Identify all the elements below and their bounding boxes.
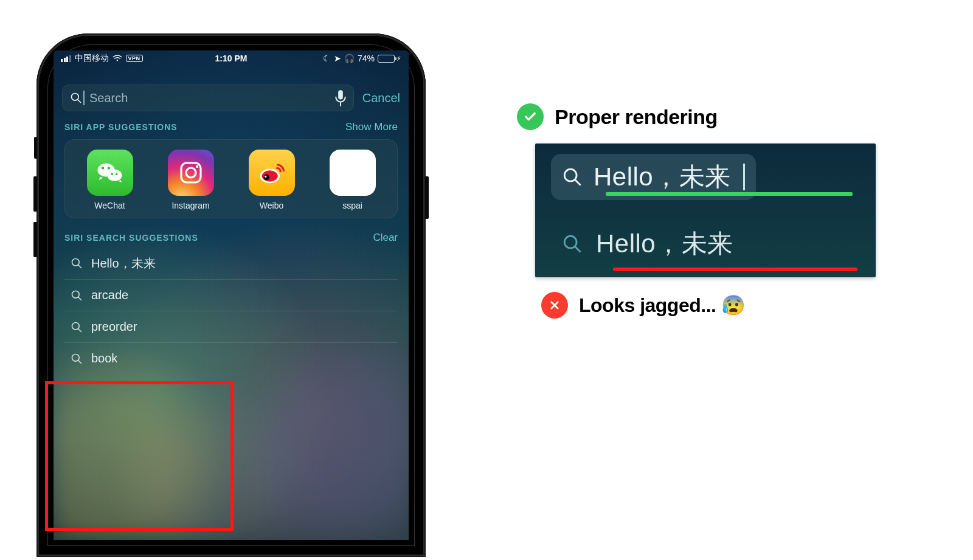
suggestion-text: preorder [91,320,137,334]
sample-text-jagged: Hello，未来 [596,227,733,261]
power-button [425,176,429,219]
app-weibo[interactable]: Weibo [238,150,305,210]
svg-line-19 [78,297,81,300]
spotlight-search-field[interactable]: Search [62,85,354,111]
crisp-sample-row: Hello，未来 [535,143,876,210]
red-underline [613,268,857,271]
cancel-button[interactable]: Cancel [362,91,400,105]
svg-line-23 [78,360,81,363]
section-title: SIRI SEARCH SUGGESTIONS [64,233,198,243]
svg-point-7 [111,173,113,175]
svg-point-4 [107,170,122,182]
search-icon [562,233,583,254]
svg-line-25 [575,179,580,185]
proper-rendering-label: Proper rendering [517,103,918,130]
app-label: Instagram [171,201,209,210]
weibo-icon [249,150,295,196]
svg-point-14 [263,175,269,181]
mute-switch [34,137,37,159]
search-suggestion-list: Hello，未来 arcade preorder book [64,247,398,374]
app-label: sspai [342,201,362,210]
rendering-sample-panel: Hello，未来 Hello，未来 [535,143,876,277]
mic-icon[interactable] [335,89,346,106]
checkmark-badge-icon [517,103,544,130]
svg-point-10 [186,168,196,178]
suggestion-text: Hello，未来 [91,255,156,272]
sample-text-crisp: Hello，未来 [594,160,731,194]
jagged-rendering-text: Looks jagged... 😰 [579,294,745,317]
jagged-rendering-label: Looks jagged... 😰 [541,292,918,319]
cross-badge-icon [541,292,568,319]
instagram-icon [168,150,214,196]
search-suggestion-item[interactable]: book [64,342,398,374]
svg-line-21 [78,328,81,331]
search-row: Search Cancel [54,81,409,115]
proper-rendering-text: Proper rendering [555,105,718,129]
suggestion-text: book [91,351,117,365]
search-icon [71,353,83,365]
app-sspai[interactable]: π sspai [319,150,386,210]
iphone-device-frame: 中国移动 VPN 1:10 PM ☾ ➤ 🎧 74% ⚡︎ [36,33,426,557]
phone-screen: 中国移动 VPN 1:10 PM ☾ ➤ 🎧 74% ⚡︎ [54,50,409,540]
app-label: Weibo [260,201,283,210]
clock: 1:10 PM [54,54,409,63]
svg-rect-2 [338,90,343,99]
green-underline [606,192,853,196]
svg-line-27 [575,246,580,252]
wechat-icon [87,150,133,196]
svg-point-15 [265,176,266,178]
text-cursor [743,164,745,190]
search-icon [70,92,82,104]
svg-point-8 [116,173,117,175]
app-label: WeChat [94,201,125,210]
search-suggestion-item[interactable]: arcade [64,279,398,311]
app-suggestions-card: WeChat Instagram [64,139,398,218]
siri-app-suggestions: SIRI APP SUGGESTIONS Show More WeChat [54,115,409,218]
jagged-sample-row: Hello，未来 [535,210,876,277]
app-instagram[interactable]: Instagram [157,150,224,210]
search-suggestion-item[interactable]: preorder [64,311,398,342]
section-title: SIRI APP SUGGESTIONS [64,122,178,132]
search-icon [71,321,83,333]
rendering-comparison-callout: Proper rendering Hello，未来 Hello，未来 Looks… [517,103,918,319]
clear-button[interactable]: Clear [373,232,398,244]
siri-search-suggestions: SIRI SEARCH SUGGESTIONS Clear [54,218,409,244]
suggestion-text: arcade [91,288,128,302]
search-icon [562,167,583,187]
text-cursor [83,91,85,105]
svg-point-6 [107,167,109,169]
svg-point-11 [195,165,198,168]
show-more-button[interactable]: Show More [345,121,398,133]
status-bar: 中国移动 VPN 1:10 PM ☾ ➤ 🎧 74% ⚡︎ [54,50,409,66]
volume-up-button [33,176,37,212]
sspai-icon: π [330,150,376,196]
svg-line-1 [78,100,81,103]
battery-icon [378,55,395,63]
search-placeholder: Search [89,91,335,105]
search-icon [71,257,83,269]
app-wechat[interactable]: WeChat [76,150,144,210]
search-suggestion-item[interactable]: Hello，未来 [64,247,398,279]
volume-down-button [33,222,37,257]
svg-point-5 [101,167,103,169]
svg-line-17 [78,265,81,268]
search-icon [71,289,83,302]
